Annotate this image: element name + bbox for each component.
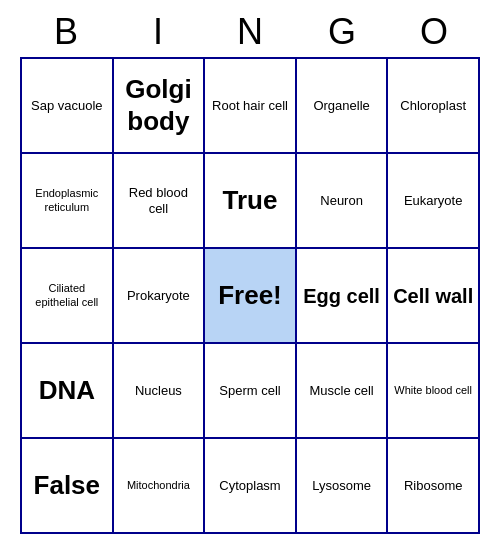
cell-4-4: Ribosome [387,438,479,533]
cell-2-2: Free! [204,248,296,343]
cell-3-4: White blood cell [387,343,479,438]
cell-3-2: Sperm cell [204,343,296,438]
cell-0-0: Sap vacuole [21,58,113,153]
cell-1-0: Endoplasmic reticulum [21,153,113,248]
cell-1-2: True [204,153,296,248]
cell-2-4: Cell wall [387,248,479,343]
cell-3-1: Nucleus [113,343,205,438]
cell-1-1: Red blood cell [113,153,205,248]
cell-4-0: False [21,438,113,533]
cell-2-0: Ciliated epithelial cell [21,248,113,343]
cell-1-4: Eukaryote [387,153,479,248]
cell-0-2: Root hair cell [204,58,296,153]
cell-2-1: Prokaryote [113,248,205,343]
letter-o: O [388,10,480,53]
cell-1-3: Neuron [296,153,388,248]
letter-b: B [20,10,112,53]
cell-4-1: Mitochondria [113,438,205,533]
cell-3-3: Muscle cell [296,343,388,438]
cell-4-2: Cytoplasm [204,438,296,533]
cell-4-3: Lysosome [296,438,388,533]
bingo-grid: Sap vacuoleGolgi bodyRoot hair cellOrgan… [20,57,480,534]
letter-i: I [112,10,204,53]
bingo-header: B I N G O [20,10,480,53]
cell-0-4: Chloroplast [387,58,479,153]
cell-3-0: DNA [21,343,113,438]
cell-0-3: Organelle [296,58,388,153]
letter-g: G [296,10,388,53]
cell-0-1: Golgi body [113,58,205,153]
cell-2-3: Egg cell [296,248,388,343]
letter-n: N [204,10,296,53]
